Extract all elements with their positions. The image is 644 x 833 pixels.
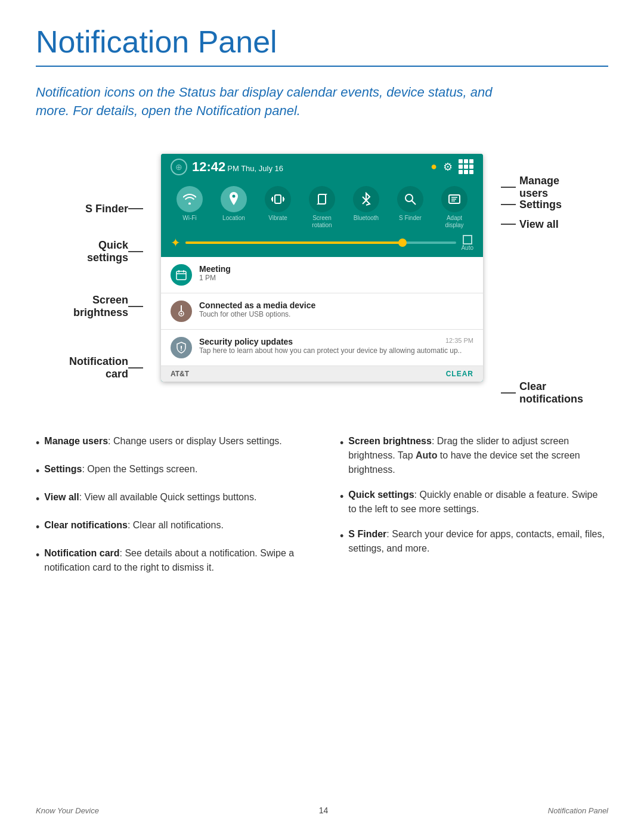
callout-clear-notifications-label: Clearnotifications [516, 380, 583, 406]
bullet-quick-settings: • Quick settings: Quickly enable or disa… [340, 488, 608, 516]
qs-wifi[interactable]: Wi-Fi [177, 186, 203, 229]
callout-quick-settings: Quicksettings [36, 239, 143, 265]
brightness-thumb [398, 239, 407, 247]
callout-settings-line [501, 204, 516, 205]
svg-line-10 [411, 200, 416, 205]
view-all-grid-icon[interactable] [459, 159, 473, 174]
carrier-label: AT&T [171, 370, 189, 378]
qs-vibrate[interactable]: Vibrate [265, 186, 291, 229]
callout-notification-card-label: Notificationcard [69, 355, 128, 381]
qs-bluetooth-icon [353, 186, 379, 212]
bullet-screen-brightness: • Screen brightness: Drag the slider to … [340, 434, 608, 477]
time-display: 12:42PM Thu, July 16 [192, 159, 283, 175]
svg-point-22 [181, 349, 182, 351]
notif-meeting-content: Meeting 1 PM [199, 264, 473, 282]
svg-rect-6 [318, 194, 326, 204]
svg-line-8 [363, 200, 366, 204]
callout-quick-settings-line [128, 251, 143, 252]
notif-security-icon [171, 337, 192, 358]
qs-screen-rotation[interactable]: Screenrotation [309, 186, 335, 229]
notif-security-subtitle: Tap here to learn about how you can prot… [199, 346, 473, 355]
notif-meeting-subtitle: 1 PM [199, 274, 473, 282]
qs-adapt-display[interactable]: Adaptdisplay [441, 186, 467, 229]
callout-manage-users-line [501, 187, 516, 188]
bullet-clear-notifications: • Clear notifications: Clear all notific… [36, 518, 304, 535]
notif-media-icon [171, 301, 192, 322]
diagram-area: S Finder Quicksettings Screenbrightness … [36, 142, 608, 428]
callout-screen-brightness-label: Screenbrightness [73, 294, 128, 320]
callout-settings-label: Settings [516, 199, 562, 212]
svg-rect-15 [177, 271, 186, 280]
bullet-view-all: • View all: View all available Quick set… [36, 490, 304, 507]
top-bar: ⊕ 12:42PM Thu, July 16 ● ⚙ [161, 154, 483, 180]
qs-bluetooth[interactable]: Bluetooth [353, 186, 379, 229]
profile-icon[interactable]: ● [431, 160, 437, 173]
qs-s-finder-icon [397, 186, 423, 212]
callout-manage-users-label: Manageusers [516, 175, 559, 200]
footer-page-num: 14 [319, 806, 329, 815]
qs-s-finder-label: S Finder [399, 215, 422, 222]
settings-gear-icon[interactable]: ⚙ [443, 160, 453, 174]
qs-wifi-label: Wi-Fi [182, 215, 196, 222]
notif-security-title: Security policy updates [199, 337, 293, 346]
callout-s-finder-label: S Finder [85, 203, 128, 216]
svg-point-20 [181, 312, 182, 314]
notif-meeting[interactable]: Meeting 1 PM [161, 257, 483, 293]
panel-wrapper: ⊕ 12:42PM Thu, July 16 ● ⚙ [143, 142, 501, 382]
callout-screen-brightness-line [128, 306, 143, 307]
qs-location-icon [221, 186, 247, 212]
clear-button[interactable]: CLEAR [446, 370, 473, 378]
page-footer: Know Your Device 14 Notification Panel [36, 806, 608, 815]
callout-clear-notifications: Clearnotifications [501, 380, 608, 406]
qs-location-label: Location [222, 215, 245, 222]
callout-quick-settings-label: Quicksettings [87, 239, 128, 265]
notif-meeting-title: Meeting [199, 264, 473, 274]
qs-s-finder[interactable]: S Finder [397, 186, 423, 229]
qs-screen-rotation-icon [309, 186, 335, 212]
qs-screen-rotation-label: Screenrotation [312, 215, 332, 229]
panel-search-icon[interactable]: ⊕ [171, 159, 187, 175]
callout-manage-users: Manageusers [501, 175, 608, 200]
top-bar-left: ⊕ 12:42PM Thu, July 16 [171, 159, 283, 175]
quick-settings-row: Wi-Fi Location [161, 180, 483, 231]
bullet-settings: • Settings: Open the Settings screen. [36, 462, 304, 479]
callout-notification-card-line [128, 367, 143, 368]
bullet-manage-users: • Manage users: Change users or display … [36, 434, 304, 451]
qs-vibrate-icon [265, 186, 291, 212]
brightness-row: ✦ Auto [161, 231, 483, 257]
brightness-track[interactable] [185, 241, 456, 244]
footer-left: Know Your Device [36, 806, 99, 815]
footer-right: Notification Panel [548, 806, 608, 815]
brightness-fill [185, 241, 402, 244]
notification-panel: ⊕ 12:42PM Thu, July 16 ● ⚙ [161, 154, 483, 382]
left-labels: S Finder Quicksettings Screenbrightness … [36, 142, 143, 428]
bullet-col-left: • Manage users: Change users or display … [36, 434, 304, 575]
bullet-section: • Manage users: Change users or display … [36, 434, 608, 575]
qs-adapt-display-icon [441, 186, 467, 212]
callout-view-all-line [501, 224, 516, 225]
bullet-s-finder: • S Finder: Search your device for apps,… [340, 527, 608, 556]
callout-notification-card: Notificationcard [36, 355, 143, 381]
notif-security[interactable]: Security policy updates 12:35 PM Tap her… [161, 330, 483, 366]
right-labels: Manageusers Settings View all Clearnotif… [501, 142, 608, 428]
qs-bluetooth-label: Bluetooth [354, 215, 379, 222]
brightness-auto: Auto [461, 235, 473, 251]
bullet-col-right: • Screen brightness: Drag the slider to … [340, 434, 608, 575]
page-title: Notification Panel [36, 24, 608, 60]
bottom-bar: AT&T CLEAR [161, 366, 483, 382]
callout-s-finder: S Finder [36, 203, 143, 216]
top-bar-right: ● ⚙ [431, 159, 473, 174]
notif-media-subtitle: Touch for other USB options. [199, 310, 473, 318]
brightness-icon: ✦ [171, 236, 181, 250]
callout-s-finder-line [128, 208, 143, 209]
qs-vibrate-label: Vibrate [268, 215, 287, 222]
auto-checkbox[interactable] [463, 235, 472, 244]
intro-text: Notification icons on the Status bar dis… [36, 83, 525, 120]
callout-view-all-label: View all [516, 218, 559, 231]
qs-location[interactable]: Location [221, 186, 247, 229]
notif-media-device[interactable]: Connected as a media device Touch for ot… [161, 293, 483, 330]
notif-security-time: 12:35 PM [445, 337, 473, 346]
bullet-notification-card: • Notification card: See details about a… [36, 546, 304, 575]
callout-clear-notifications-line [501, 392, 516, 394]
callout-settings: Settings [501, 199, 608, 212]
